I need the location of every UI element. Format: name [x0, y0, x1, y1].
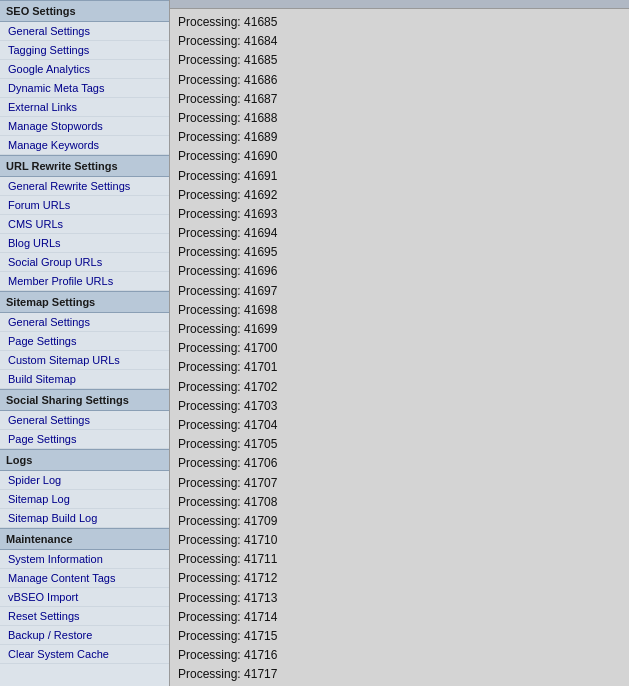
process-line: Processing: 41712 — [178, 569, 621, 588]
process-line: Processing: 41710 — [178, 531, 621, 550]
process-line: Processing: 41697 — [178, 282, 621, 301]
sidebar-item[interactable]: General Settings — [0, 411, 169, 430]
process-line: Processing: 41696 — [178, 262, 621, 281]
sidebar-item[interactable]: General Settings — [0, 313, 169, 332]
process-line: Processing: 41715 — [178, 627, 621, 646]
process-line: Processing: 41689 — [178, 128, 621, 147]
sidebar-item[interactable]: Social Group URLs — [0, 253, 169, 272]
process-line: Processing: 41684 — [178, 32, 621, 51]
sidebar-section-header: SEO Settings — [0, 0, 169, 22]
sidebar-item[interactable]: Dynamic Meta Tags — [0, 79, 169, 98]
sidebar-item[interactable]: Backup / Restore — [0, 626, 169, 645]
process-line: Processing: 41692 — [178, 186, 621, 205]
process-line: Processing: 41711 — [178, 550, 621, 569]
sidebar-item[interactable]: Clear System Cache — [0, 645, 169, 664]
sidebar-item[interactable]: Spider Log — [0, 471, 169, 490]
sidebar-item[interactable]: Member Profile URLs — [0, 272, 169, 291]
sidebar-section-header: URL Rewrite Settings — [0, 155, 169, 177]
sidebar-item[interactable]: Manage Content Tags — [0, 569, 169, 588]
process-line: Processing: 41705 — [178, 435, 621, 454]
sidebar-section-header: Maintenance — [0, 528, 169, 550]
process-line: Processing: 41709 — [178, 512, 621, 531]
process-line: Processing: 41713 — [178, 589, 621, 608]
process-line: Processing: 41701 — [178, 358, 621, 377]
sidebar-item[interactable]: vBSEO Import — [0, 588, 169, 607]
sidebar-section-header: Logs — [0, 449, 169, 471]
sidebar-item[interactable]: Tagging Settings — [0, 41, 169, 60]
sidebar-item[interactable]: Blog URLs — [0, 234, 169, 253]
process-line: Processing: 41704 — [178, 416, 621, 435]
process-line: Processing: 41685 — [178, 51, 621, 70]
sidebar-item[interactable]: System Information — [0, 550, 169, 569]
sidebar-section-header: Sitemap Settings — [0, 291, 169, 313]
process-line: Processing: 41703 — [178, 397, 621, 416]
sidebar-item[interactable]: General Rewrite Settings — [0, 177, 169, 196]
sidebar-item[interactable]: Page Settings — [0, 332, 169, 351]
main-header — [170, 0, 629, 9]
sidebar-item[interactable]: Sitemap Build Log — [0, 509, 169, 528]
process-line: Processing: 41707 — [178, 474, 621, 493]
process-line: Processing: 41716 — [178, 646, 621, 665]
process-line: Processing: 41708 — [178, 493, 621, 512]
process-line: Processing: 41702 — [178, 378, 621, 397]
sidebar-item[interactable]: General Settings — [0, 22, 169, 41]
process-line: Processing: 41706 — [178, 454, 621, 473]
process-line: Processing: 41695 — [178, 243, 621, 262]
sidebar-item[interactable]: Reset Settings — [0, 607, 169, 626]
sidebar: SEO SettingsGeneral SettingsTagging Sett… — [0, 0, 170, 686]
sidebar-item[interactable]: External Links — [0, 98, 169, 117]
process-line: Processing: 41717 — [178, 665, 621, 684]
sidebar-section-header: Social Sharing Settings — [0, 389, 169, 411]
sidebar-item[interactable]: Sitemap Log — [0, 490, 169, 509]
sidebar-item[interactable]: Build Sitemap — [0, 370, 169, 389]
process-line: Processing: 41688 — [178, 109, 621, 128]
process-line: Processing: 41694 — [178, 224, 621, 243]
sidebar-item[interactable]: Forum URLs — [0, 196, 169, 215]
process-line: Processing: 41687 — [178, 90, 621, 109]
process-line: Processing: 41690 — [178, 147, 621, 166]
process-line: Processing: 41691 — [178, 167, 621, 186]
process-line: Processing: 41685 — [178, 13, 621, 32]
sidebar-item[interactable]: Manage Keywords — [0, 136, 169, 155]
sidebar-item[interactable]: Custom Sitemap URLs — [0, 351, 169, 370]
sidebar-item[interactable]: Manage Stopwords — [0, 117, 169, 136]
main-panel: Processing: 41685Processing: 41684Proces… — [170, 0, 629, 686]
process-line: Processing: 41700 — [178, 339, 621, 358]
process-line: Processing: 41698 — [178, 301, 621, 320]
process-line: Processing: 41714 — [178, 608, 621, 627]
sidebar-item[interactable]: Google Analytics — [0, 60, 169, 79]
process-line: Processing: 41699 — [178, 320, 621, 339]
sidebar-item[interactable]: CMS URLs — [0, 215, 169, 234]
process-line: Processing: 41686 — [178, 71, 621, 90]
process-line: Processing: 41693 — [178, 205, 621, 224]
main-content: Processing: 41685Processing: 41684Proces… — [170, 9, 629, 686]
sidebar-item[interactable]: Page Settings — [0, 430, 169, 449]
